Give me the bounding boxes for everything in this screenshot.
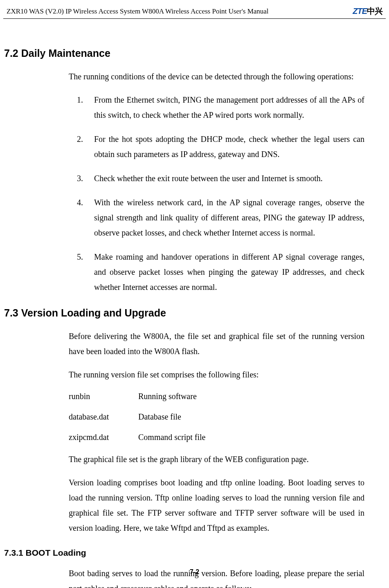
section-7-3-para1: Before delivering the W800A, the file se… [69,329,364,359]
zte-logo: ZTE中兴 [353,6,382,17]
file-row: database.dat Database file [69,411,364,422]
list-item: For the hot spots adopting the DHCP mode… [77,132,364,162]
section-heading-7-3-1: 7.3.1 BOOT Loading [4,548,364,558]
section-7-2-list: From the Ethernet switch, PING the manag… [77,92,364,295]
section-heading-7-3: 7.3 Version Loading and Upgrade [4,307,364,319]
document-title: ZXR10 WAS (V2.0) IP Wireless Access Syst… [7,7,269,16]
file-name: database.dat [69,411,138,422]
list-item: Make roaming and handover operations in … [77,249,364,295]
logo-text-cn: 中兴 [367,7,382,16]
section-7-3-para2: The running version file set comprises t… [69,367,364,382]
page-content: 7.2 Daily Maintenance The running condit… [0,19,389,588]
section-7-3-para3: The graphical file set is the graph libr… [69,452,364,467]
page-footer: 7-2 [0,568,389,576]
logo-text-zte: ZTE [353,7,367,16]
file-table: runbin Running software database.dat Dat… [69,391,364,443]
section-7-2-intro: The running conditions of the device can… [69,69,364,84]
page-number: 7-2 [190,568,199,575]
section-7-3-para4: Version loading comprises boot loading a… [69,475,364,536]
document-header: ZXR10 WAS (V2.0) IP Wireless Access Syst… [3,0,386,19]
list-item: With the wireless network card, in the A… [77,195,364,240]
file-desc: Running software [138,391,364,402]
file-row: runbin Running software [69,391,364,402]
file-name: zxipcmd.dat [69,431,138,443]
list-item: From the Ethernet switch, PING the manag… [77,92,364,123]
file-desc: Database file [138,411,364,422]
file-row: zxipcmd.dat Command script file [69,431,364,443]
section-heading-7-2: 7.2 Daily Maintenance [4,47,364,59]
list-item: Check whether the exit route between the… [77,171,364,186]
file-name: runbin [69,391,138,402]
file-desc: Command script file [138,431,364,443]
